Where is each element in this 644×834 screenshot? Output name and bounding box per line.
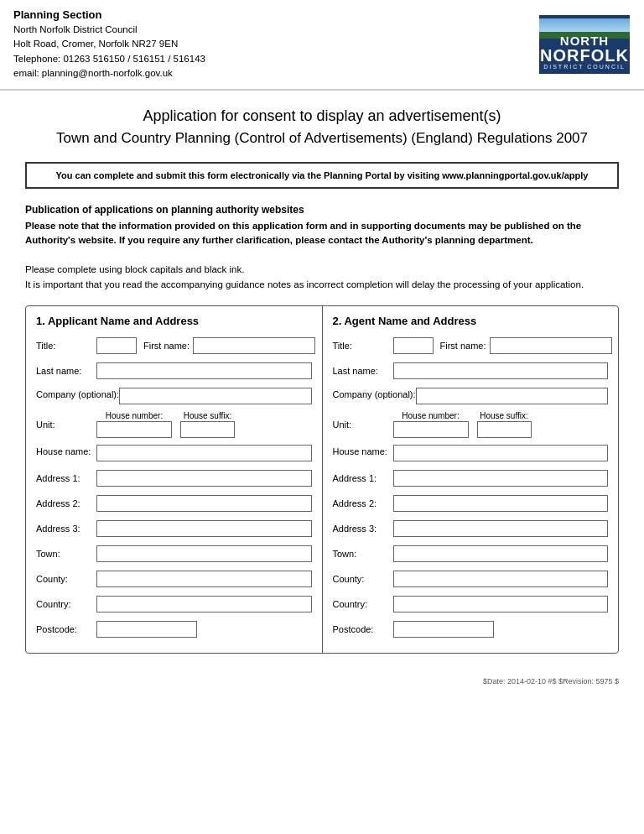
- agent-title-row: Title: First name:: [333, 336, 609, 356]
- applicant-title-input[interactable]: [96, 337, 137, 354]
- applicant-address1-label: Address 1:: [36, 473, 96, 483]
- agent-house-suffix-group: House suffix:: [477, 411, 532, 438]
- applicant-country-input[interactable]: [96, 596, 312, 612]
- applicant-title-row: Title: First name:: [36, 336, 312, 356]
- page-header: Planning Section North Norfolk District …: [0, 0, 644, 91]
- agent-unit-row: Unit: House number: House suffix:: [333, 411, 609, 438]
- header-contact-info: Planning Section North Norfolk District …: [13, 8, 525, 81]
- agent-postcode-input[interactable]: [393, 621, 494, 638]
- applicant-house-number-input[interactable]: [96, 421, 172, 438]
- logo-district-text: DISTRICT COUNCIL: [543, 64, 626, 70]
- applicant-postcode-input[interactable]: [96, 621, 197, 638]
- applicant-firstname-input[interactable]: [193, 337, 315, 354]
- agent-firstname-label: First name:: [440, 341, 486, 351]
- agent-county-input[interactable]: [393, 571, 609, 587]
- agent-company-row: Company (optional):: [333, 386, 609, 406]
- applicant-housename-row: House name:: [36, 443, 312, 463]
- main-title: Application for consent to display an ad…: [25, 107, 619, 125]
- agent-unit-label: Unit:: [333, 420, 393, 430]
- footer-date-revision: $Date: 2014-02-10 #$ $Revision: 5975 $: [483, 677, 619, 685]
- applicant-town-input[interactable]: [96, 545, 312, 562]
- applicant-town-row: Town:: [36, 544, 312, 564]
- agent-housename-row: House name:: [333, 443, 609, 463]
- subtitle: Town and Country Planning (Control of Ad…: [25, 130, 619, 147]
- header-address-line1: North Norfolk District Council: [13, 23, 525, 37]
- agent-address1-input[interactable]: [393, 470, 609, 487]
- form-title-section: Application for consent to display an ad…: [25, 107, 619, 147]
- header-address-line2: Holt Road, Cromer, Norfolk NR27 9EN: [13, 37, 525, 51]
- applicant-address2-input[interactable]: [96, 495, 312, 512]
- applicant-unit-fields: House number: House suffix:: [96, 411, 312, 438]
- agent-column: 2. Agent Name and Address Title: First n…: [323, 306, 619, 653]
- instruction-line1: Please complete using block capitals and…: [25, 262, 619, 277]
- agent-title-input[interactable]: [393, 337, 434, 354]
- applicant-county-input[interactable]: [96, 571, 312, 587]
- agent-town-input[interactable]: [393, 545, 609, 562]
- applicant-country-row: Country:: [36, 594, 312, 614]
- applicant-address1-input[interactable]: [96, 470, 312, 487]
- applicant-address2-row: Address 2:: [36, 493, 312, 513]
- agent-address3-input[interactable]: [393, 520, 609, 537]
- page-footer: $Date: 2014-02-10 #$ $Revision: 5975 $: [0, 670, 644, 689]
- applicant-lastname-label: Last name:: [36, 366, 96, 376]
- applicant-address3-label: Address 3:: [36, 524, 96, 534]
- instructions: Please complete using block capitals and…: [25, 262, 619, 293]
- applicant-town-label: Town:: [36, 549, 96, 559]
- header-telephone: Telephone: 01263 516150 / 516151 / 51614…: [13, 52, 525, 66]
- logo-norfolk-text: NORFOLK: [540, 47, 629, 64]
- logo-box: NORTH NORFOLK DISTRICT COUNCIL: [539, 15, 630, 74]
- agent-house-number-input[interactable]: [393, 421, 469, 438]
- instruction-line2: It is important that you read the accomp…: [25, 277, 619, 292]
- agent-address2-label: Address 2:: [333, 498, 393, 508]
- applicant-unit-label: Unit:: [36, 420, 96, 430]
- agent-town-row: Town:: [333, 544, 609, 564]
- applicant-house-suffix-input[interactable]: [180, 421, 235, 438]
- planning-section-title: Planning Section: [13, 8, 525, 21]
- agent-address2-row: Address 2:: [333, 493, 609, 513]
- applicant-house-number-label: House number:: [106, 411, 163, 421]
- applicant-address3-row: Address 3:: [36, 519, 312, 539]
- portal-notice: You can complete and submit this form el…: [25, 162, 619, 189]
- agent-town-label: Town:: [333, 549, 393, 559]
- agent-lastname-input[interactable]: [393, 362, 609, 379]
- agent-company-label: Company (optional):: [333, 386, 416, 399]
- agent-lastname-row: Last name:: [333, 361, 609, 381]
- agent-heading: 2. Agent Name and Address: [333, 315, 609, 327]
- agent-house-number-group: House number:: [393, 411, 469, 438]
- agent-house-number-label: House number:: [402, 411, 459, 421]
- agent-firstname-input[interactable]: [490, 337, 612, 354]
- agent-address3-label: Address 3:: [333, 524, 393, 534]
- applicant-postcode-row: Postcode:: [36, 619, 312, 639]
- agent-address1-label: Address 1:: [333, 473, 393, 483]
- agent-unit-fields: House number: House suffix:: [393, 411, 609, 438]
- agent-country-input[interactable]: [393, 596, 609, 612]
- applicant-lastname-input[interactable]: [96, 362, 312, 379]
- applicant-county-row: County:: [36, 569, 312, 589]
- agent-lastname-label: Last name:: [333, 366, 393, 376]
- agent-country-label: Country:: [333, 599, 393, 609]
- applicant-company-row: Company (optional):: [36, 386, 312, 406]
- agent-company-input[interactable]: [416, 388, 608, 404]
- agent-address1-row: Address 1:: [333, 468, 609, 488]
- agent-title-label: Title:: [333, 341, 393, 351]
- applicant-postcode-label: Postcode:: [36, 624, 96, 634]
- applicant-house-number-group: House number:: [96, 411, 172, 438]
- applicant-house-suffix-label: House suffix:: [184, 411, 232, 421]
- publication-heading: Publication of applications on planning …: [25, 204, 619, 216]
- applicant-address1-row: Address 1:: [36, 468, 312, 488]
- agent-housename-label: House name:: [333, 443, 393, 456]
- applicant-housename-label: House name:: [36, 443, 96, 456]
- applicant-county-label: County:: [36, 574, 96, 584]
- agent-postcode-label: Postcode:: [333, 624, 393, 634]
- agent-housename-input[interactable]: [393, 445, 609, 461]
- applicant-company-input[interactable]: [119, 388, 311, 404]
- main-content: Application for consent to display an ad…: [0, 91, 644, 670]
- applicant-firstname-label: First name:: [143, 341, 190, 351]
- form-columns: 1. Applicant Name and Address Title: Fir…: [25, 305, 619, 654]
- logo-sky: [539, 18, 630, 32]
- agent-address2-input[interactable]: [393, 495, 609, 512]
- header-email: email: planning@north-norfolk.gov.uk: [13, 66, 525, 81]
- applicant-address3-input[interactable]: [96, 520, 312, 537]
- agent-house-suffix-input[interactable]: [477, 421, 532, 438]
- applicant-housename-input[interactable]: [96, 445, 312, 461]
